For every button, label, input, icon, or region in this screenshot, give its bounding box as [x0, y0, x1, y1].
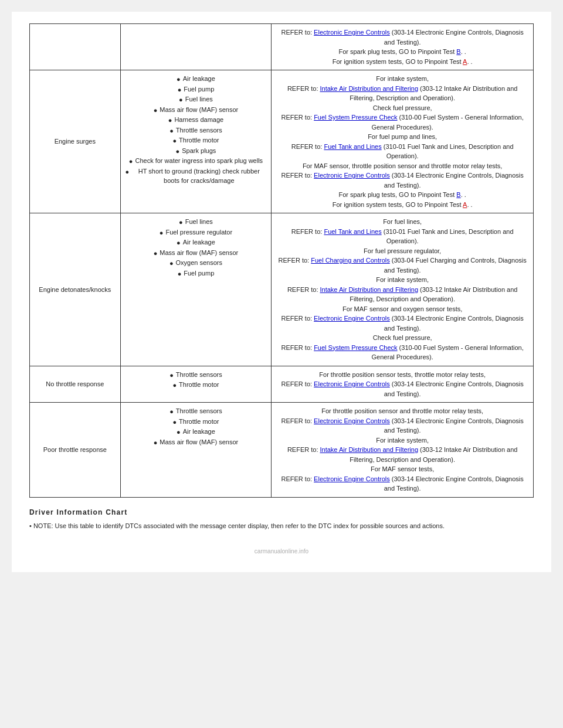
table-row-poor-throttle: Poor throttle response ●Throttle sensors… [30, 403, 534, 498]
action-cell-poor-throttle: For throttle position sensor and throttl… [272, 403, 534, 498]
symptom-cell-no-throttle: No throttle response [30, 366, 121, 403]
causes-cell [120, 24, 272, 70]
action-cell: REFER to: Electronic Engine Controls (30… [272, 24, 534, 70]
link-fuel-system-check-2[interactable]: Fuel System Pressure Check [314, 344, 397, 351]
link-fuel-tank-lines-1[interactable]: Fuel Tank and Lines [324, 143, 381, 150]
link-pinpoint-a-1[interactable]: A [463, 58, 467, 65]
symptom-cell-poor-throttle: Poor throttle response [30, 403, 121, 498]
link-pinpoint-a-2[interactable]: A [463, 201, 467, 208]
causes-cell-no-throttle: ●Throttle sensors ●Throttle motor [120, 366, 272, 403]
action-cell-no-throttle: For throttle position sensor tests, thro… [272, 366, 534, 403]
link-eec-4[interactable]: Electronic Engine Controls [314, 380, 390, 387]
link-eec-2[interactable]: Electronic Engine Controls [314, 172, 390, 179]
link-intake-air-2[interactable]: Intake Air Distribution and Filtering [320, 286, 419, 293]
link-fuel-charging-1[interactable]: Fuel Charging and Controls [311, 257, 390, 264]
link-pinpoint-b-1[interactable]: B [456, 48, 460, 55]
table-row: REFER to: Electronic Engine Controls (30… [30, 24, 534, 70]
link-electronic-engine-controls-1[interactable]: Electronic Engine Controls [314, 29, 390, 36]
page-container: REFER to: Electronic Engine Controls (30… [12, 12, 551, 572]
driver-info-heading: Driver Information Chart [29, 508, 534, 516]
causes-cell-surges: ●Air leakage ●Fuel pump ●Fuel lines ●Mas… [120, 70, 272, 213]
causes-cell-detonates: ●Fuel lines ●Fuel pressure regulator ●Ai… [120, 213, 272, 366]
link-eec-5[interactable]: Electronic Engine Controls [314, 417, 390, 424]
table-row-engine-detonates: Engine detonates/knocks ●Fuel lines ●Fue… [30, 213, 534, 366]
diagnostic-table: REFER to: Electronic Engine Controls (30… [29, 23, 534, 498]
link-fuel-system-check-1[interactable]: Fuel System Pressure Check [314, 114, 397, 121]
link-fuel-tank-lines-2[interactable]: Fuel Tank and Lines [324, 228, 381, 235]
link-pinpoint-b-2[interactable]: B [456, 191, 460, 198]
action-cell-surges: For intake system, REFER to: Intake Air … [272, 70, 534, 213]
symptom-cell-detonates: Engine detonates/knocks [30, 213, 121, 366]
link-eec-3[interactable]: Electronic Engine Controls [314, 315, 390, 322]
link-eec-6[interactable]: Electronic Engine Controls [314, 475, 390, 482]
footer-watermark: carmanualonline.info [29, 548, 534, 554]
table-row-no-throttle: No throttle response ●Throttle sensors ●… [30, 366, 534, 403]
symptom-cell-surges: Engine surges [30, 70, 121, 213]
causes-cell-poor-throttle: ●Throttle sensors ●Throttle motor ●Air l… [120, 403, 272, 498]
link-intake-air-3[interactable]: Intake Air Distribution and Filtering [320, 446, 419, 453]
action-cell-detonates: For fuel lines, REFER to: Fuel Tank and … [272, 213, 534, 366]
table-row-engine-surges: Engine surges ●Air leakage ●Fuel pump ●F… [30, 70, 534, 213]
driver-info-note: • NOTE: Use this table to identify DTCs … [29, 521, 534, 531]
link-intake-air-1[interactable]: Intake Air Distribution and Filtering [320, 85, 419, 92]
symptom-cell [30, 24, 121, 70]
